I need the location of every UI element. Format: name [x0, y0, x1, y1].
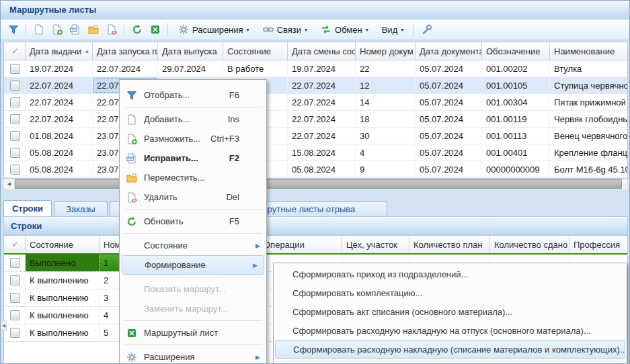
table-cell[interactable]: Ступица червячного [550, 77, 628, 93]
exchange-menu-button[interactable]: Обмен▾ [315, 21, 375, 38]
refresh-button[interactable] [128, 21, 145, 38]
column-header[interactable]: Обозначение [482, 42, 550, 60]
checkbox[interactable] [10, 131, 20, 141]
table-cell[interactable]: 001.00202 [482, 60, 550, 77]
menu-item[interactable]: Исправить...F2 [120, 148, 266, 168]
table-row[interactable]: 05.08.202423.07.202405.08.2024905.07.202… [4, 161, 627, 178]
menu-item[interactable]: Состояние▶ [120, 236, 266, 255]
menu-item[interactable]: Расширения▶ [120, 347, 266, 364]
table-cell[interactable]: В работе [223, 60, 288, 77]
table-cell[interactable]: 22.07.2024 [93, 60, 158, 77]
checkbox[interactable] [10, 165, 20, 175]
filter-button[interactable] [5, 21, 22, 38]
table-cell[interactable]: 29.07.2024 [158, 60, 223, 77]
menu-item[interactable]: Маршрутный лист [120, 323, 266, 343]
table-cell[interactable]: 05.07.2024 [416, 77, 482, 93]
checkbox[interactable] [10, 64, 20, 74]
table-cell[interactable]: 05.07.2024 [416, 161, 482, 177]
table-cell[interactable]: К выполнению [26, 272, 100, 289]
table-cell[interactable]: 05.08.2024 [26, 161, 93, 177]
column-header[interactable]: Состояние [26, 236, 100, 253]
table-cell[interactable]: К выполнению [26, 307, 100, 324]
table-cell[interactable]: 30 [356, 128, 416, 144]
scroll-left-button[interactable]: ◀ [4, 179, 15, 189]
column-header[interactable]: Дата смены сос [288, 42, 356, 60]
checkbox[interactable] [10, 293, 20, 303]
table-cell[interactable]: 001.00105 [482, 77, 550, 93]
table-cell[interactable]: 001.00113 [482, 128, 550, 144]
column-header[interactable]: Операции [260, 236, 342, 253]
table-cell[interactable]: Втулка [550, 60, 628, 77]
table-cell[interactable]: 001.00119 [482, 111, 550, 127]
table-row[interactable]: 22.07.202422.07.202422.07.20241405.07.20… [4, 94, 627, 111]
table-row[interactable]: 01.08.202423.07.202422.07.20243005.07.20… [4, 128, 627, 144]
table-cell[interactable]: Крепление фланцев [550, 144, 628, 161]
menu-item[interactable]: УдалитьDel [120, 187, 266, 207]
extensions-menu-button[interactable]: Расширения▾ [172, 21, 255, 38]
table-cell[interactable]: 22.07.2024 [26, 77, 93, 93]
tab-lines[interactable]: Строки [3, 200, 52, 216]
table-cell[interactable]: 05.07.2024 [416, 94, 482, 110]
table-row[interactable]: 22.07.202422.07.202422.07.20241805.07.20… [4, 111, 627, 128]
delete-button[interactable] [103, 21, 120, 38]
table-row[interactable]: 19.07.202422.07.202429.07.2024В работе19… [4, 60, 627, 77]
menu-item[interactable]: Формирование▶ [122, 255, 264, 275]
table-cell[interactable]: 12 [356, 77, 416, 93]
table-cell[interactable]: 22 [356, 60, 416, 77]
table-cell[interactable]: 19.07.2024 [26, 60, 93, 77]
checkbox[interactable] [10, 275, 20, 285]
table-row[interactable]: 22.07.202422.07.202426.07.2024В работе22… [4, 77, 627, 94]
table-cell[interactable]: 01.08.2024 [26, 128, 93, 144]
table-cell[interactable]: 9 [356, 161, 416, 177]
duplicate-button[interactable] [48, 21, 65, 38]
checkbox[interactable] [10, 97, 20, 107]
menu-item[interactable]: ОбновитьF5 [120, 212, 266, 231]
table-cell[interactable]: 22.07.2024 [288, 77, 356, 93]
excel-button[interactable] [147, 21, 163, 38]
submenu-item[interactable]: Сформировать акт списания (основного мат… [274, 302, 627, 321]
column-header[interactable]: Профессия [569, 236, 628, 253]
horizontal-scrollbar[interactable]: ◀ [3, 179, 628, 189]
submenu-item[interactable]: Сформировать приход из подразделений... [274, 265, 627, 283]
checkbox[interactable] [10, 328, 20, 338]
table-cell[interactable]: 05.07.2024 [416, 144, 482, 161]
tab-orders[interactable]: Заказы [54, 201, 108, 216]
table-cell[interactable]: 05.07.2024 [416, 111, 482, 127]
column-header[interactable]: Дата выдачи▲ [26, 42, 93, 60]
view-menu-button[interactable]: Вид▾ [376, 21, 410, 38]
table-cell[interactable]: Червяк глобоидный [550, 111, 628, 127]
move-button[interactable] [85, 21, 102, 38]
table-cell[interactable]: К выполнению [26, 289, 100, 306]
table-cell[interactable]: Болт М16-6g 45.109 [550, 161, 628, 177]
table-cell[interactable]: Пятак прижимной [550, 94, 628, 110]
column-header[interactable]: Цех, участок [342, 236, 409, 253]
checkbox[interactable] [10, 310, 20, 320]
menu-item[interactable]: Переместить... [120, 168, 266, 187]
table-cell[interactable]: 14 [356, 94, 416, 110]
table-cell[interactable]: 19.07.2024 [288, 60, 356, 77]
table-cell[interactable]: 15.08.2024 [288, 144, 356, 161]
scrollbar-thumb[interactable] [15, 179, 622, 189]
edit-button[interactable] [67, 21, 83, 38]
settings-button[interactable] [418, 21, 435, 38]
select-all-header[interactable]: ✓ [4, 236, 26, 253]
checkbox[interactable] [10, 114, 20, 124]
table-cell[interactable]: 05.07.2024 [416, 128, 482, 144]
checkbox[interactable] [10, 81, 20, 91]
table-cell[interactable]: 05.07.2024 [416, 60, 482, 77]
table-cell[interactable]: Венец червячного к [550, 128, 628, 144]
table-cell[interactable]: 18 [356, 111, 416, 127]
table-cell[interactable]: К выполнению [26, 324, 100, 341]
column-header[interactable]: Количество сдано [490, 236, 569, 253]
column-header[interactable]: Дата запуска пл [93, 42, 158, 60]
menu-item[interactable]: Отобрать...F6 [120, 85, 266, 105]
column-header[interactable]: Состояние [223, 42, 288, 60]
table-cell[interactable]: 22.07.2024 [26, 94, 93, 110]
select-all-header[interactable]: ✓ [4, 42, 26, 60]
links-menu-button[interactable]: Связи▾ [257, 21, 313, 38]
table-cell[interactable]: Выполнено [26, 255, 100, 271]
table-cell[interactable]: 4 [356, 144, 416, 161]
table-cell[interactable]: 22.07.2024 [26, 111, 93, 127]
scroll-left-button-small[interactable]: ◀ [1, 320, 7, 331]
submenu-item[interactable]: Сформировать расходную накладную (списан… [275, 340, 625, 359]
